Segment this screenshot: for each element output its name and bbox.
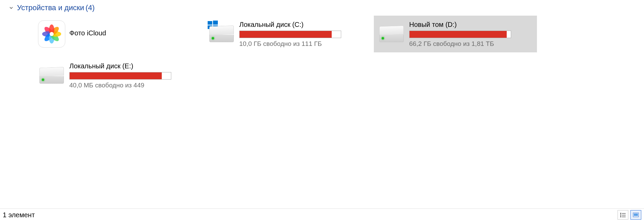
status-bar: 1 элемент xyxy=(0,208,644,221)
drive-free-text: 40,0 МБ свободно из 449 xyxy=(69,82,194,89)
drive-tiles: Фото iCloud Локальный диск (C:) xyxy=(0,14,644,97)
drive-free-text: 10,0 ГБ свободно из 111 ГБ xyxy=(239,40,364,48)
drive-free-text: 66,2 ГБ свободно из 1,81 ТБ xyxy=(409,40,534,48)
drive-label: Локальный диск (E:) xyxy=(69,62,194,70)
group-title: Устройства и диски xyxy=(17,3,84,12)
svg-rect-0 xyxy=(208,21,212,25)
status-text: 1 элемент xyxy=(3,211,35,219)
hdd-icon xyxy=(207,20,236,48)
item-label: Фото iCloud xyxy=(69,29,194,37)
svg-rect-1 xyxy=(213,21,218,25)
thumbnail-view-icon xyxy=(633,213,639,217)
svg-rect-4 xyxy=(620,213,621,214)
icloud-photos-icon xyxy=(37,20,66,48)
svg-rect-11 xyxy=(634,214,638,216)
tile-drive-e[interactable]: Локальный диск (E:) 40,0 МБ свободно из … xyxy=(34,57,197,94)
chevron-down-icon xyxy=(8,5,14,11)
tile-icloud-photos[interactable]: Фото iCloud xyxy=(34,16,197,52)
group-header[interactable]: Устройства и диски (4) xyxy=(0,1,644,14)
drive-label: Локальный диск (C:) xyxy=(239,21,364,29)
svg-rect-5 xyxy=(622,213,626,214)
svg-rect-6 xyxy=(620,215,621,216)
view-details-button[interactable] xyxy=(617,210,628,220)
usage-bar xyxy=(239,31,341,38)
svg-rect-8 xyxy=(620,216,621,217)
usage-bar xyxy=(409,31,511,38)
tile-drive-d[interactable]: Новый том (D:) 66,2 ГБ свободно из 1,81 … xyxy=(374,16,537,52)
tile-drive-c[interactable]: Локальный диск (C:) 10,0 ГБ свободно из … xyxy=(204,16,367,52)
list-view-icon xyxy=(620,213,626,217)
hdd-icon xyxy=(37,61,66,90)
usage-bar xyxy=(69,72,171,80)
svg-rect-7 xyxy=(622,215,626,216)
svg-rect-9 xyxy=(622,217,626,217)
view-tiles-button[interactable] xyxy=(630,210,641,220)
hdd-icon xyxy=(377,20,406,48)
drive-label: Новый том (D:) xyxy=(409,21,534,29)
group-count: (4) xyxy=(86,3,95,12)
